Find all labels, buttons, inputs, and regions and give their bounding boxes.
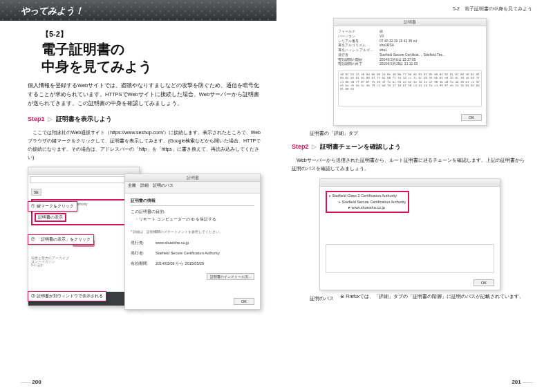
page-number-right: 201 ——: [512, 379, 532, 385]
cert-status-box: [326, 244, 494, 273]
address-bar[interactable]: [30, 176, 138, 183]
step2-heading: Step2 ▷ 証明書チェーンを確認しよう: [292, 142, 528, 151]
page-title: 電子証明書の 中身を見てみよう: [41, 41, 261, 75]
cert-win-title: 証明書: [125, 174, 260, 182]
cert-purpose-lead: この証明書の目的:: [131, 209, 254, 215]
details-table: フィールド値 バージョンV3 シリアル番号07 40 32 30 19 42 3…: [334, 26, 486, 69]
page-number-left: —— 200: [21, 379, 41, 385]
site-logo: SE: [31, 189, 41, 196]
path-caption: 証明のパス: [310, 295, 334, 302]
path-root[interactable]: Starfield Class 2 Certification Authorit…: [329, 193, 406, 199]
callout-3: ③ 証明書が別ウィンドウで表示される: [28, 291, 106, 301]
step2-body: Webサーバーから送信された証明書から、ルート証明書に辿るチェーンを確認します。…: [292, 156, 528, 173]
cert-info-heading: 証明書の情報: [131, 198, 254, 206]
title-line-2: 中身を見てみよう: [41, 59, 152, 74]
screenshot-area: SE Starfield Class 2 Certification Autho…: [28, 167, 261, 326]
step1-body: ここでは翔泳社のWeb通販サイト（https://www.seshop.com/…: [28, 129, 261, 162]
issuer-value: Starfield Secure Certification Authority: [156, 251, 220, 255]
title-line-1: 電子証明書の: [41, 41, 124, 57]
step2-label: Step2: [292, 143, 309, 150]
step1-label: Step1: [28, 115, 45, 122]
hex-dump: 30 82 01 22 30 0d 06 09 2a 86 48 86 f7 0…: [338, 71, 482, 106]
path-ok-button[interactable]: OK: [474, 279, 494, 286]
details-win-title: 証明書: [334, 19, 486, 26]
cert-statement-note: * 詳細は、証明機関のステートメントを参照してください。: [131, 229, 254, 234]
triangle-icon: ▷: [48, 115, 53, 122]
browser-titlebar: [28, 167, 139, 175]
triangle-icon: ▷: [312, 143, 317, 150]
issuer-label: 発行者:: [131, 250, 156, 256]
valid-label: 有効期間: [131, 261, 156, 267]
cert-tabs[interactable]: 全般 詳細 証明のパス: [125, 182, 260, 194]
lead-paragraph: 個人情報を登録するWebサイトでは、盗聴やなりすましなどの攻撃を防ぐため、通信を…: [28, 81, 261, 108]
step2-title: 証明書チェーンを確認しよう: [320, 143, 401, 150]
path-intermediate[interactable]: Starfield Secure Certification Authority: [339, 199, 406, 205]
path-leaf[interactable]: www.shoeisha.co.jp: [352, 205, 385, 209]
section-number: 【5-2】: [41, 29, 261, 39]
step1-heading: Step1 ▷ 証明書を表示しよう: [28, 115, 261, 124]
issued-to-value: www.shoeisha.co.jp: [156, 241, 189, 245]
install-cert-button[interactable]: 証明書のインストール(I)...: [207, 273, 254, 280]
certificate-window: 証明書 全般 詳細 証明のパス 証明書の情報 この証明書の目的: ・リモート コ…: [124, 174, 261, 310]
banner-text: やってみよう！: [0, 0, 276, 17]
issued-to-label: 発行先:: [131, 240, 156, 246]
cert-path-window: Starfield Class 2 Certification Authorit…: [319, 178, 500, 290]
breadcrumb: 5-2 電子証明書の中身を見てみよう: [276, 0, 553, 12]
callout-1: ① 鍵マークをクリック: [28, 201, 77, 212]
details-ok-button[interactable]: OK: [461, 114, 482, 121]
firefox-footnote: ※ Firefoxでは、「詳細」タブの「証明書の階層」に証明のパスが記載されてい…: [334, 293, 528, 299]
show-certificate-link[interactable]: 証明書の表示: [35, 213, 66, 222]
cert-purpose-item: ・リモート コンピューターの ID を保証する: [135, 216, 254, 223]
valid-value: 2014/03/06 から 2015/05/29: [156, 261, 204, 265]
details-caption: 証明書の「詳細」タブ: [310, 130, 528, 137]
step1-title: 証明書を表示しよう: [56, 115, 112, 122]
callout-2: ② 「証明書の表示」をクリック: [28, 234, 94, 245]
cert-ok-button[interactable]: OK: [234, 298, 254, 305]
try-it-banner: やってみよう！: [0, 0, 276, 21]
cert-details-window: 証明書 フィールド値 バージョンV3 シリアル番号07 40 32 30 19 …: [333, 18, 487, 126]
